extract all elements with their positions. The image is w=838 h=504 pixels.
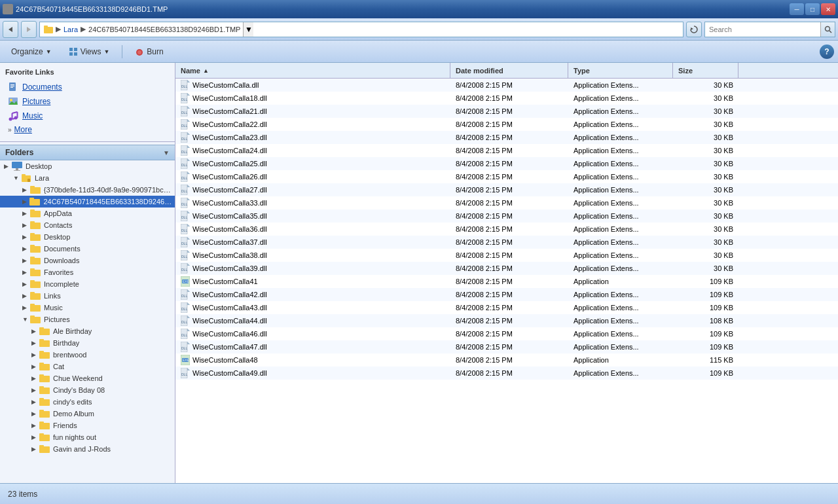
minimize-button[interactable]: ─ (790, 3, 804, 15)
file-size: 30 KB (673, 264, 738, 272)
tree-item[interactable]: ▶Documents (0, 243, 175, 255)
tree-item[interactable]: ▶Cindy's Bday 08 (0, 384, 175, 396)
address-field[interactable]: ▶ Lara ▶ 24C67B540718445EB6633138D9246BD… (39, 22, 683, 37)
col-header-type[interactable]: Type (568, 63, 673, 78)
close-button[interactable]: ✕ (821, 3, 835, 15)
tree-item[interactable]: ▶Favorites (0, 266, 175, 278)
tree-item[interactable]: ▶Downloads (0, 255, 175, 266)
back-button[interactable] (3, 21, 18, 38)
svg-rect-10 (74, 52, 77, 56)
table-row[interactable]: DLL WiseCustomCalla23.dll 8/4/2008 2:15 … (175, 131, 838, 144)
tree-item[interactable]: ▼Pictures (0, 314, 175, 325)
file-type: Application Extens... (568, 264, 673, 272)
table-row[interactable]: DLL WiseCustomCalla27.dll 8/4/2008 2:15 … (175, 183, 838, 196)
file-name: DLL WiseCustomCalla26.dll (175, 171, 450, 182)
file-date: 8/4/2008 2:15 PM (450, 356, 568, 364)
tree-item[interactable]: ▼Lara (0, 172, 175, 184)
table-row[interactable]: DLL WiseCustomCalla24.dll 8/4/2008 2:15 … (175, 144, 838, 157)
tree-item[interactable]: ▶brentwood (0, 349, 175, 361)
folder-icon (39, 444, 50, 454)
table-row[interactable]: DLL WiseCustomCalla25.dll 8/4/2008 2:15 … (175, 157, 838, 170)
tree-item[interactable]: ▶Gavin and J-Rods (0, 443, 175, 455)
tree-item[interactable]: ▶Desktop (0, 160, 175, 172)
table-row[interactable]: DLL WiseCustomCalla36.dll 8/4/2008 2:15 … (175, 223, 838, 236)
table-row[interactable]: EXE WiseCustomCalla48 8/4/2008 2:15 PM A… (175, 353, 838, 367)
tree-item[interactable]: ▶Desktop (0, 231, 175, 243)
table-row[interactable]: DLL WiseCustomCalla21.dll 8/4/2008 2:15 … (175, 105, 838, 118)
views-button[interactable]: Views ▼ (62, 43, 117, 60)
table-row[interactable]: DLL WiseCustomCalla43.dll 8/4/2008 2:15 … (175, 301, 838, 314)
tree-item[interactable]: ▶{370bdefe-11d3-40df-9a9e-990971bc00b (0, 184, 175, 196)
sidebar-item-pictures[interactable]: Pictures (5, 94, 170, 109)
refresh-button[interactable] (686, 22, 702, 37)
table-row[interactable]: DLL WiseCustomCalla22.dll 8/4/2008 2:15 … (175, 118, 838, 131)
col-header-date[interactable]: Date modified (450, 63, 568, 78)
tree-item[interactable]: ▶Ale Birthday (0, 325, 175, 337)
tree-item[interactable]: ▶Chue Weekend (0, 372, 175, 384)
sidebar-item-music[interactable]: Music (5, 109, 170, 123)
table-row[interactable]: DLL WiseCustomCalla26.dll 8/4/2008 2:15 … (175, 170, 838, 183)
file-size: 30 KB (673, 120, 738, 128)
table-row[interactable]: DLL WiseCustomCalla44.dll 8/4/2008 2:15 … (175, 314, 838, 327)
tree-item[interactable]: ▶AppData (0, 207, 175, 219)
table-row[interactable]: DLL WiseCustomCalla46.dll 8/4/2008 2:15 … (175, 327, 838, 340)
table-row[interactable]: EXE WiseCustomCalla41 8/4/2008 2:15 PM A… (175, 275, 838, 288)
file-date: 8/4/2008 2:15 PM (450, 251, 568, 259)
svg-text:DLL: DLL (181, 372, 187, 376)
file-date: 8/4/2008 2:15 PM (450, 238, 568, 246)
table-row[interactable]: DLL WiseCustomCalla18.dll 8/4/2008 2:15 … (175, 92, 838, 105)
table-row[interactable]: DLL WiseCustomCalla37.dll 8/4/2008 2:15 … (175, 236, 838, 249)
file-date: 8/4/2008 2:15 PM (450, 81, 568, 89)
tree-item[interactable]: ▶Contacts (0, 219, 175, 231)
tree-item[interactable]: ▶fun nights out (0, 431, 175, 443)
table-row[interactable]: DLL WiseCustomCalla39.dll 8/4/2008 2:15 … (175, 262, 838, 275)
tree-item[interactable]: ▶Incomplete (0, 278, 175, 290)
expand-icon: ▶ (22, 222, 29, 228)
tree-item[interactable]: ▶Birthday (0, 337, 175, 349)
table-row[interactable]: DLL WiseCustomCalla47.dll 8/4/2008 2:15 … (175, 340, 838, 353)
table-row[interactable]: DLL WiseCustomCalla33.dll 8/4/2008 2:15 … (175, 196, 838, 209)
burn-button[interactable]: Burn (128, 43, 170, 60)
path-lara[interactable]: Lara (64, 26, 78, 33)
tree-label: Chue Weekend (53, 374, 103, 382)
search-input[interactable] (705, 22, 820, 37)
tree-item[interactable]: ▶Demo Album (0, 408, 175, 420)
file-list: DLL WiseCustomCalla.dll 8/4/2008 2:15 PM… (175, 79, 838, 483)
sidebar-item-documents[interactable]: Documents (5, 80, 170, 94)
table-row[interactable]: DLL WiseCustomCalla38.dll 8/4/2008 2:15 … (175, 249, 838, 262)
file-type: Application Extens... (568, 81, 673, 89)
more-item[interactable]: » More (5, 123, 170, 136)
dll-icon: DLL (181, 289, 190, 300)
expand-icon: ▶ (22, 304, 29, 311)
dll-icon: DLL (181, 119, 190, 130)
folders-header[interactable]: Folders ▼ (0, 145, 175, 160)
svg-marker-124 (187, 224, 190, 226)
tree-item[interactable]: ▶cindy's edits (0, 396, 175, 408)
maximize-button[interactable]: □ (805, 3, 820, 15)
help-button[interactable]: ? (820, 45, 834, 59)
address-dropdown-button[interactable]: ▼ (243, 22, 253, 37)
table-row[interactable]: DLL WiseCustomCalla42.dll 8/4/2008 2:15 … (175, 288, 838, 301)
svg-rect-7 (69, 48, 73, 51)
tree-item[interactable]: ▶Cat (0, 361, 175, 372)
forward-button[interactable] (21, 21, 37, 38)
expand-icon: ▶ (31, 399, 38, 405)
table-row[interactable]: DLL WiseCustomCalla35.dll 8/4/2008 2:15 … (175, 209, 838, 223)
file-date: 8/4/2008 2:15 PM (450, 330, 568, 338)
col-header-size[interactable]: Size (673, 63, 738, 78)
tree-label: {370bdefe-11d3-40df-9a9e-990971bc00b (44, 186, 172, 194)
col-header-name[interactable]: Name ▲ (175, 63, 450, 78)
search-button[interactable] (820, 22, 835, 37)
file-type: Application Extens... (568, 160, 673, 168)
tree-item[interactable]: ▶Links (0, 290, 175, 302)
dll-icon: DLL (181, 329, 190, 339)
file-date: 8/4/2008 2:15 PM (450, 147, 568, 154)
file-size: 109 KB (673, 304, 738, 312)
tree-item[interactable]: ▶Friends (0, 420, 175, 431)
organize-button[interactable]: Organize ▼ (4, 43, 59, 60)
table-row[interactable]: DLL WiseCustomCalla49.dll 8/4/2008 2:15 … (175, 367, 838, 380)
tree-item[interactable]: ▶24C67B540718445EB6633138D9246BD1. (0, 196, 175, 207)
tree-item[interactable]: ▶Music (0, 302, 175, 314)
file-date: 8/4/2008 2:15 PM (450, 173, 568, 181)
table-row[interactable]: DLL WiseCustomCalla.dll 8/4/2008 2:15 PM… (175, 79, 838, 92)
